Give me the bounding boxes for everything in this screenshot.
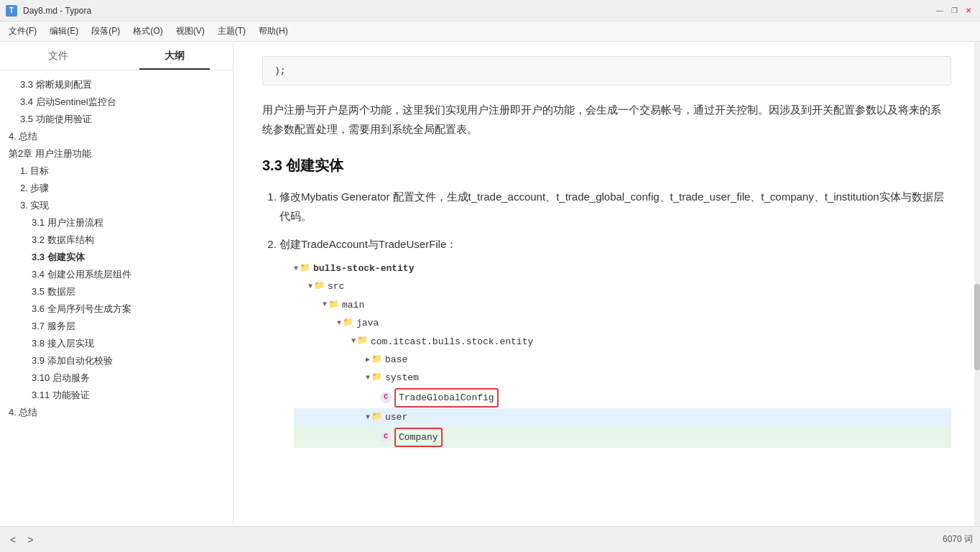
tree-label: main (342, 297, 364, 313)
outline-item[interactable]: 3.10 启动服务 (0, 369, 233, 387)
outline-item[interactable]: 3.2 数据库结构 (0, 231, 233, 249)
bottom-left: < > (7, 533, 36, 547)
tree-node-tradeglobalconfig: C TradeGlobalConfig (294, 387, 951, 408)
outline-item[interactable]: 1. 目标 (0, 162, 233, 180)
tree-arrow-icon: ▼ (366, 372, 370, 385)
tree-label-highlighted: TradeGlobalConfig (394, 388, 499, 408)
tree-node-java: ▼ 📁 java (294, 314, 951, 332)
tab-files[interactable]: 文件 (0, 42, 116, 70)
tree-node-company: C Company (294, 427, 951, 448)
menu-paragraph[interactable]: 段落(P) (85, 24, 126, 39)
code-line: ); (274, 65, 286, 76)
folder-icon: 📁 (300, 261, 310, 277)
outline-item[interactable]: 3.4 启动Sentinel监控台 (0, 93, 233, 111)
folder-icon: 📁 (314, 279, 325, 295)
tree-label-user: user (385, 409, 407, 426)
outline-item[interactable]: 3.3 熔断规则配置 (0, 76, 233, 93)
folder-icon: 📁 (371, 410, 382, 426)
tree-label: src (328, 278, 344, 295)
list-item-1-text: 修改Mybatis Generator 配置文件，生成t_trade_accou… (279, 190, 944, 222)
tree-node-base: ▶ 📁 base (294, 351, 951, 369)
tree-node-main: ▼ 📁 main (294, 296, 951, 314)
menu-edit[interactable]: 编辑(E) (44, 24, 84, 39)
outline-item[interactable]: 3.9 添加自动化校验 (0, 352, 233, 369)
tree-label: java (356, 315, 379, 331)
outline-item[interactable]: 4. 总结 (0, 128, 233, 145)
app-icon: T (6, 5, 17, 17)
menu-view[interactable]: 视图(V) (170, 24, 211, 39)
list-item-2-text: 创建TradeAccount与TradeUserFile： (279, 238, 457, 250)
scrollbar-track[interactable] (974, 42, 980, 526)
word-count: 6070 词 (943, 533, 973, 546)
nav-next-button[interactable]: > (24, 533, 36, 547)
outline-item[interactable]: 3.6 全局序列号生成方案 (0, 300, 233, 318)
tab-outline[interactable]: 大纲 (116, 42, 233, 70)
outline-item[interactable]: 4. 总结 (0, 404, 233, 421)
folder-icon: 📁 (328, 298, 339, 313)
section-heading: 3.3 创建实体 (262, 156, 951, 175)
tree-arrow-icon: ▶ (366, 354, 370, 367)
tree-arrow-icon: ▼ (351, 335, 356, 348)
outline-item[interactable]: 2. 步骤 (0, 180, 233, 197)
tree-label: base (385, 351, 407, 368)
outline-item-active[interactable]: 3.3 创建实体 (0, 249, 233, 266)
outline-item[interactable]: 3.5 功能使用验证 (0, 111, 233, 128)
folder-icon: 📁 (343, 316, 353, 331)
tree-arrow-icon: ▼ (294, 262, 298, 275)
window-controls: — ❐ ✕ (934, 5, 974, 17)
tree-arrow-icon: ▼ (308, 280, 313, 293)
nav-prev-button[interactable]: < (7, 533, 19, 547)
sidebar: 文件 大纲 3.3 熔断规则配置 3.4 启动Sentinel监控台 3.5 功… (0, 42, 234, 526)
close-button[interactable]: ✕ (963, 5, 974, 17)
list-item-1: 修改Mybatis Generator 配置文件，生成t_trade_accou… (279, 187, 951, 226)
sidebar-tabs: 文件 大纲 (0, 42, 233, 70)
tree-node-root: ▼ 📁 bulls-stock-entity (294, 259, 951, 277)
tree-node-system: ▼ 📁 system (294, 369, 951, 387)
tree-label: com.itcast.bulls.stock.entity (371, 334, 533, 350)
menu-help[interactable]: 帮助(H) (253, 24, 294, 39)
class-icon: C (380, 392, 392, 403)
menu-theme[interactable]: 主题(T) (212, 24, 251, 39)
outline-item[interactable]: 3.11 功能验证 (0, 387, 233, 404)
tree-label: system (385, 369, 419, 386)
bottom-right: 6070 词 (943, 533, 973, 546)
file-tree: ▼ 📁 bulls-stock-entity ▼ 📁 src ▼ (294, 259, 951, 448)
outline-item[interactable]: 3.1 用户注册流程 (0, 214, 233, 231)
scrollbar-thumb[interactable] (974, 284, 980, 370)
outline-item[interactable]: 3. 实现 (0, 197, 233, 214)
window-title: Day8.md - Typora (23, 6, 91, 16)
tree-arrow-icon: ▼ (366, 411, 370, 424)
menubar: 文件(F) 编辑(E) 段落(P) 格式(O) 视图(V) 主题(T) 帮助(H… (0, 22, 980, 42)
outline-item[interactable]: 第2章 用户注册功能 (0, 145, 233, 162)
list-item-2: 创建TradeAccount与TradeUserFile： ▼ 📁 bulls-… (279, 234, 951, 448)
titlebar-left: T Day8.md - Typora (6, 5, 91, 17)
menu-file[interactable]: 文件(F) (3, 24, 42, 39)
outline-item[interactable]: 3.4 创建公用系统层组件 (0, 266, 233, 283)
tree-node-user: ▼ 📁 user (294, 408, 951, 426)
ordered-list: 修改Mybatis Generator 配置文件，生成t_trade_accou… (262, 187, 951, 448)
tree-node-src: ▼ 📁 src (294, 277, 951, 295)
class-icon: C (380, 431, 392, 443)
tree-label: bulls-stock-entity (313, 260, 414, 277)
outline-item[interactable]: 3.7 服务层 (0, 318, 233, 335)
tree-arrow-icon: ▼ (337, 317, 341, 330)
content-area[interactable]: ); 用户注册与开户是两个功能，这里我们实现用户注册即开户的功能，会生成一个交易… (234, 42, 980, 526)
code-block: ); (262, 56, 951, 86)
tree-node-package: ▼ 📁 com.itcast.bulls.stock.entity (294, 333, 951, 351)
paragraph: 用户注册与开户是两个功能，这里我们实现用户注册即开户的功能，会生成一个交易帐号，… (262, 100, 951, 139)
outline-item[interactable]: 3.8 接入层实现 (0, 335, 233, 352)
tree-label-highlighted: Company (394, 428, 443, 447)
sidebar-outline: 3.3 熔断规则配置 3.4 启动Sentinel监控台 3.5 功能使用验证 … (0, 70, 233, 427)
folder-icon: 📁 (357, 334, 368, 349)
tree-arrow-icon: ▼ (323, 298, 327, 311)
folder-icon: 📁 (371, 370, 382, 386)
menu-format[interactable]: 格式(O) (127, 24, 168, 39)
main-layout: 文件 大纲 3.3 熔断规则配置 3.4 启动Sentinel监控台 3.5 功… (0, 42, 980, 526)
outline-item[interactable]: 3.5 数据层 (0, 283, 233, 300)
bottom-bar: < > 6070 词 (0, 526, 980, 552)
minimize-button[interactable]: — (934, 5, 946, 17)
maximize-button[interactable]: ❐ (948, 5, 960, 17)
folder-icon: 📁 (371, 352, 382, 368)
titlebar: T Day8.md - Typora — ❐ ✕ (0, 0, 980, 22)
